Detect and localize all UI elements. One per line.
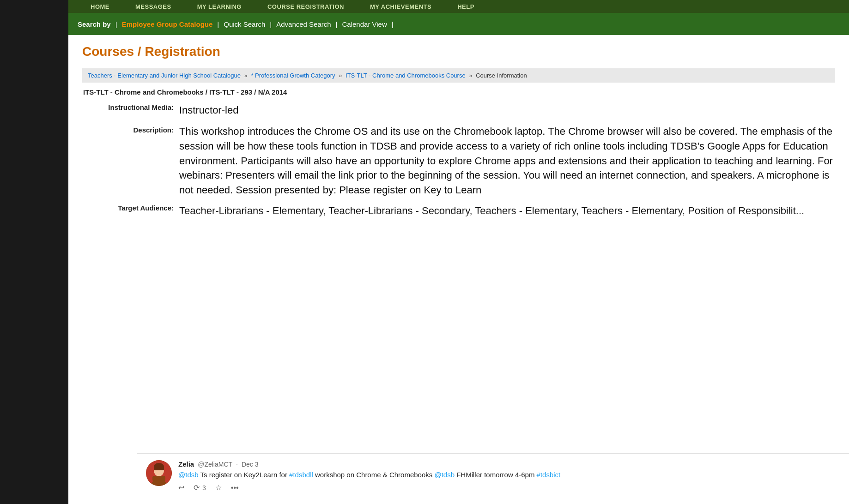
breadcrumb: Teachers - Elementary and Junior High Sc… (82, 68, 835, 83)
tweet-favorite-button[interactable]: ☆ (215, 483, 222, 492)
breadcrumb-sep-1: » (244, 72, 248, 79)
content-area: Courses / Registration Teachers - Elemen… (68, 35, 849, 234)
tweet-content: Zelia @ZeliaMCT · Dec 3 @tdsb Ts registe… (178, 460, 840, 492)
tweet-author-name: Zelia (178, 460, 194, 468)
page-title: Courses / Registration (82, 44, 835, 59)
employee-group-catalogue-link[interactable]: Employee Group Catalogue (122, 20, 213, 28)
nav-course-registration[interactable]: COURSE REGISTRATION (255, 3, 357, 10)
tweet-text-part-2: workshop on Chrome & Chromebooks (315, 471, 434, 479)
breadcrumb-part-3[interactable]: ITS-TLT - Chrome and Chromebooks Course (346, 72, 466, 79)
retweet-icon: ⟳ (194, 483, 200, 492)
tweet-separator: · (236, 461, 238, 468)
tweet-reply-button[interactable]: ↩ (178, 483, 184, 492)
nav-my-achievements[interactable]: MY ACHIEVEMENTS (357, 3, 444, 10)
tweet-area: Zelia @ZeliaMCT · Dec 3 @tdsb Ts registe… (137, 453, 849, 504)
instructional-media-label: Instructional Media: (87, 103, 179, 124)
breadcrumb-part-1[interactable]: Teachers - Elementary and Junior High Sc… (88, 72, 241, 79)
tweet-author-handle[interactable]: @ZeliaMCT (198, 461, 232, 468)
left-panel (0, 0, 68, 504)
retweet-count: 3 (202, 484, 206, 492)
target-audience-row: Target Audience: Teacher-Librarians - El… (87, 204, 835, 225)
description-row: Description: This workshop introduces th… (87, 124, 835, 204)
quick-search-link[interactable]: Quick Search (224, 20, 265, 28)
search-by-label: Search by (78, 20, 111, 28)
search-separator-3: | (270, 20, 272, 28)
top-nav: HOME MESSAGES MY LEARNING COURSE REGISTR… (68, 0, 849, 13)
more-icon: ••• (231, 484, 239, 492)
breadcrumb-sep-2: » (339, 72, 342, 79)
tweet-text-part-1: Ts register on Key2Learn for (200, 471, 290, 479)
tweet-text-part-3: FHMiller tomorrow 4-6pm (456, 471, 536, 479)
course-details-table: Instructional Media: Instructor-led Desc… (87, 103, 835, 225)
svg-rect-5 (152, 476, 165, 481)
tweet-more-button[interactable]: ••• (231, 484, 239, 492)
target-audience-value: Teacher-Librarians - Elementary, Teacher… (179, 204, 835, 225)
reply-icon: ↩ (178, 483, 184, 492)
tweet-header: Zelia @ZeliaMCT · Dec 3 (178, 460, 840, 468)
target-audience-label: Target Audience: (87, 204, 179, 225)
description-label: Description: (87, 124, 179, 204)
course-details-container: Instructional Media: Instructor-led Desc… (82, 103, 835, 225)
nav-help[interactable]: HELP (444, 3, 487, 10)
tweet-retweet-button[interactable]: ⟳ 3 (194, 483, 206, 492)
instructional-media-value: Instructor-led (179, 103, 835, 124)
tweet-date: Dec 3 (242, 461, 259, 468)
nav-my-learning[interactable]: MY LEARNING (184, 3, 255, 10)
breadcrumb-part-4: Course Information (476, 72, 527, 79)
advanced-search-link[interactable]: Advanced Search (276, 20, 331, 28)
tweet-avatar (146, 460, 172, 486)
tweet-hashtag-2[interactable]: #tdsbict (537, 471, 561, 479)
tweet-hashtag-1[interactable]: #tdsbdll (289, 471, 313, 479)
tweet-actions: ↩ ⟳ 3 ☆ ••• (178, 483, 840, 492)
tweet-text: @tdsb Ts register on Key2Learn for #tdsb… (178, 470, 840, 480)
search-separator-4: | (336, 20, 338, 28)
nav-messages[interactable]: MESSAGES (122, 3, 184, 10)
course-title: ITS-TLT - Chrome and Chromebooks / ITS-T… (82, 88, 835, 96)
favorite-icon: ☆ (215, 483, 222, 492)
search-separator-1: | (115, 20, 117, 28)
instructional-media-row: Instructional Media: Instructor-led (87, 103, 835, 124)
tweet-mention-1[interactable]: @tdsb (178, 471, 199, 479)
breadcrumb-sep-3: » (469, 72, 472, 79)
svg-rect-3 (154, 467, 164, 470)
calendar-view-link[interactable]: Calendar View (342, 20, 387, 28)
tweet-mention-2[interactable]: @tdsb (434, 471, 455, 479)
description-value: This workshop introduces the Chrome OS a… (179, 124, 835, 204)
search-bar: Search by | Employee Group Catalogue | Q… (68, 13, 849, 35)
search-separator-2: | (217, 20, 219, 28)
main-wrapper: HOME MESSAGES MY LEARNING COURSE REGISTR… (68, 0, 849, 504)
breadcrumb-part-2[interactable]: * Professional Growth Category (251, 72, 335, 79)
search-separator-5: | (392, 20, 394, 28)
nav-home[interactable]: HOME (78, 3, 122, 10)
